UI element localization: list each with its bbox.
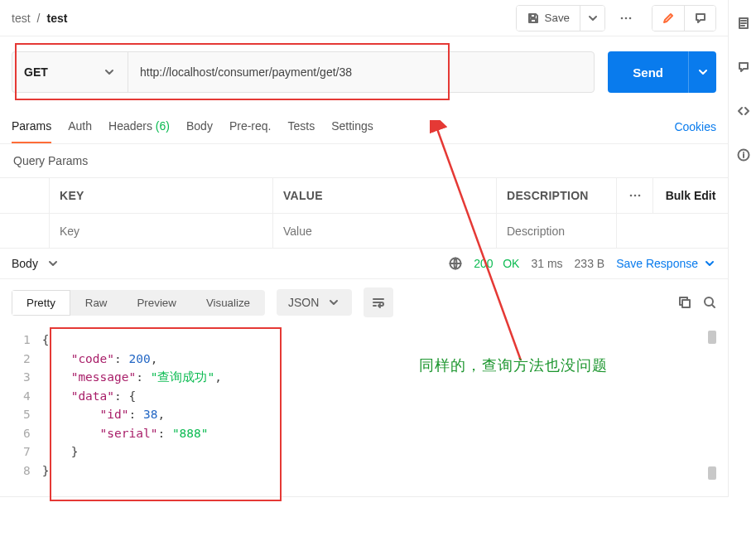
svg-point-4	[633, 195, 636, 197]
document-icon	[737, 17, 750, 30]
wrap-icon	[372, 296, 385, 309]
save-response-label: Save Response	[616, 257, 698, 270]
table-options-button[interactable]	[617, 178, 653, 213]
search-icon[interactable]	[703, 296, 716, 309]
query-params-table: KEY VALUE DESCRIPTION Bulk Edit	[0, 177, 728, 249]
chevron-down-icon	[327, 296, 340, 309]
status-text: OK	[503, 257, 519, 270]
tab-headers[interactable]: Headers (6)	[108, 109, 170, 143]
response-bar: Body 200 OK 31 ms 233 B Save Response	[0, 249, 728, 279]
view-mode-segment: Pretty Raw Preview Visualize	[12, 290, 265, 316]
table-header-row: KEY VALUE DESCRIPTION Bulk Edit	[0, 178, 728, 213]
scrollbar-thumb[interactable]	[708, 466, 716, 480]
rail-code-icon[interactable]	[737, 104, 750, 120]
save-button[interactable]: Save	[517, 6, 580, 31]
comment-icon	[694, 12, 707, 25]
svg-point-0	[621, 17, 624, 19]
edit-mode-button[interactable]	[652, 6, 684, 31]
more-options-button[interactable]	[612, 5, 640, 31]
col-key: KEY	[50, 178, 273, 213]
save-group: Save	[516, 5, 605, 31]
tab-auth[interactable]: Auth	[68, 109, 92, 143]
status-code: 200	[474, 257, 493, 270]
save-caret-button[interactable]	[580, 6, 604, 31]
bulk-edit-button[interactable]: Bulk Edit	[653, 178, 728, 213]
response-code-area: 12345678 { "code": 200, "message": "查询成功…	[12, 326, 716, 485]
dots-icon	[628, 189, 642, 202]
info-icon	[737, 148, 750, 162]
svg-point-2	[629, 17, 632, 19]
view-bar: Pretty Raw Preview Visualize JSON	[0, 279, 728, 326]
breadcrumb-collection[interactable]: test	[12, 12, 31, 25]
tab-headers-label: Headers	[108, 119, 152, 133]
response-code[interactable]: 12345678 { "code": 200, "message": "查询成功…	[12, 326, 716, 485]
format-select[interactable]: JSON	[277, 289, 352, 316]
globe-icon[interactable]	[449, 257, 462, 270]
method-label: GET	[24, 65, 48, 79]
view-preview-button[interactable]: Preview	[122, 290, 190, 316]
wrap-button[interactable]	[364, 287, 393, 317]
send-caret-button[interactable]	[688, 51, 716, 93]
tab-body[interactable]: Body	[186, 109, 213, 143]
tab-settings[interactable]: Settings	[331, 109, 373, 143]
send-button[interactable]: Send	[608, 51, 688, 93]
col-desc: DESCRIPTION	[497, 178, 617, 213]
chevron-down-icon	[696, 65, 710, 79]
tab-prereq[interactable]: Pre-req.	[229, 109, 272, 143]
svg-point-5	[638, 195, 640, 197]
response-size: 233 B	[575, 257, 605, 270]
dots-icon	[619, 12, 633, 25]
chevron-down-icon	[586, 12, 600, 25]
response-status: 200 OK	[474, 257, 519, 270]
param-key-input[interactable]	[60, 214, 262, 248]
request-bar: GET Send	[0, 36, 728, 109]
svg-rect-7	[682, 300, 690, 307]
response-body-label: Body	[12, 257, 38, 270]
chevron-down-icon	[103, 65, 116, 79]
breadcrumb[interactable]: test / test	[12, 12, 67, 25]
svg-point-1	[625, 17, 628, 19]
rail-docs-icon[interactable]	[737, 17, 750, 32]
scrollbar-thumb[interactable]	[708, 331, 716, 344]
save-icon	[527, 12, 540, 25]
method-select[interactable]: GET	[12, 52, 128, 92]
format-label: JSON	[288, 296, 319, 309]
code-lines: { "code": 200, "message": "查询成功", "data"…	[42, 331, 716, 480]
svg-point-3	[629, 195, 632, 197]
rail-info-icon[interactable]	[737, 148, 750, 164]
right-rail	[731, 0, 756, 164]
view-pretty-button[interactable]: Pretty	[12, 290, 70, 316]
comment-icon	[737, 60, 750, 74]
comment-mode-button[interactable]	[684, 6, 715, 31]
tab-headers-count: (6)	[156, 119, 170, 133]
tab-tests[interactable]: Tests	[287, 109, 315, 143]
param-desc-input[interactable]	[507, 214, 606, 248]
url-input[interactable]	[128, 52, 594, 92]
request-tabs: Params Auth Headers (6) Body Pre-req. Te…	[0, 109, 728, 144]
view-visualize-button[interactable]: Visualize	[191, 290, 265, 316]
line-gutter: 12345678	[12, 331, 42, 480]
tab-params[interactable]: Params	[12, 109, 51, 143]
chevron-down-icon	[46, 257, 60, 270]
annotation-text: 同样的，查询方法也没问题	[419, 355, 608, 375]
table-row	[0, 213, 728, 248]
code-icon	[737, 104, 750, 118]
view-raw-button[interactable]: Raw	[70, 290, 123, 316]
mode-toggle	[652, 5, 716, 31]
response-time: 31 ms	[531, 257, 562, 270]
breadcrumb-request[interactable]: test	[46, 12, 67, 25]
rail-comments-icon[interactable]	[737, 60, 750, 76]
param-value-input[interactable]	[283, 214, 486, 248]
cookies-link[interactable]: Cookies	[674, 120, 716, 133]
response-body-tab[interactable]: Body	[12, 257, 60, 270]
request-header: test / test Save	[0, 0, 728, 36]
save-label: Save	[545, 12, 570, 24]
breadcrumb-sep: /	[37, 12, 41, 25]
save-response-button[interactable]: Save Response	[616, 257, 716, 270]
col-value: VALUE	[273, 178, 497, 213]
copy-icon[interactable]	[678, 296, 691, 309]
url-box: GET	[12, 51, 595, 93]
pencil-icon	[662, 12, 675, 25]
query-params-title: Query Params	[0, 144, 728, 177]
chevron-down-icon	[703, 257, 716, 270]
